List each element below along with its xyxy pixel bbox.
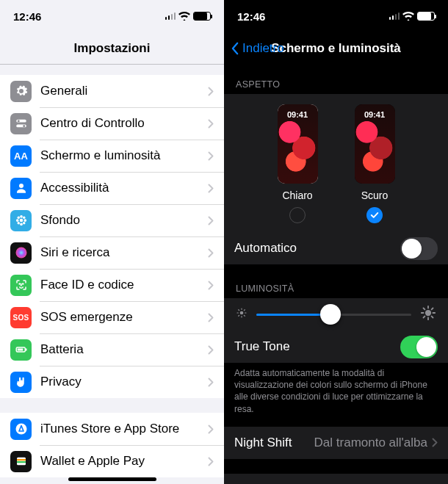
settings-row[interactable]: Face ID e codice: [0, 269, 224, 301]
row-label: Automatico: [234, 241, 400, 256]
svg-line-7: [239, 315, 239, 316]
wallet-icon: [10, 451, 32, 472]
settings-row[interactable]: Batteria: [0, 333, 224, 366]
battery-icon: [10, 339, 32, 361]
svg-line-17: [432, 308, 433, 309]
faceid-icon: [10, 275, 32, 296]
page-title: Impostazioni: [74, 41, 151, 56]
sos-icon: SOS: [10, 307, 32, 328]
settings-row[interactable]: iTunes Store e App Store: [0, 413, 224, 445]
cellular-icon: [389, 12, 400, 20]
chevron-right-icon: [208, 425, 214, 434]
settings-row[interactable]: Sfondo: [0, 204, 224, 236]
row-blocco-automatico[interactable]: Blocco automatico 30 secondi: [224, 474, 448, 484]
appearance-picker: 09:41 Chiaro 09:41 Scuro: [224, 94, 448, 232]
group-nightshift: Night Shift Dal tramonto all'alba: [224, 427, 448, 459]
chevron-right-icon: [208, 151, 214, 161]
brightness-low-icon: [236, 307, 248, 322]
row-label: Privacy: [40, 375, 208, 389]
back-label: Indietro: [242, 41, 284, 56]
chevron-right-icon: [208, 184, 214, 193]
navbar: Indietro Schermo e luminosità: [224, 32, 448, 65]
switches-icon: [10, 113, 32, 134]
page-title: Schermo e luminosità: [271, 41, 401, 56]
appearance-label: Scuro: [361, 189, 389, 201]
settings-row[interactable]: Siri e ricerca: [0, 236, 224, 269]
slider-thumb[interactable]: [320, 304, 341, 325]
settings-row[interactable]: Accessibilità: [0, 172, 224, 204]
back-button[interactable]: Indietro: [231, 41, 284, 56]
appearance-option-dark[interactable]: 09:41 Scuro: [355, 104, 395, 223]
navbar: Impostazioni: [0, 32, 224, 65]
row-label: Sfondo: [40, 213, 208, 228]
aa-icon: AA: [10, 145, 32, 167]
chevron-right-icon: [208, 281, 214, 290]
row-label: Night Shift: [234, 436, 314, 450]
settings-row[interactable]: AASchermo e luminosità: [0, 140, 224, 172]
chevron-right-icon: [208, 313, 214, 322]
settings-row[interactable]: Centro di Controllo: [0, 107, 224, 140]
row-label: iTunes Store e App Store: [40, 422, 208, 436]
settings-row[interactable]: SOSSOS emergenze: [0, 301, 224, 333]
radio-off-icon[interactable]: [289, 207, 306, 223]
svg-line-14: [423, 308, 424, 309]
row-label: Face ID e codice: [40, 278, 208, 292]
appearance-label: Chiaro: [282, 189, 312, 201]
row-automatico: Automatico: [224, 232, 448, 264]
chevron-right-icon: [208, 378, 214, 387]
chevron-right-icon: [208, 345, 214, 355]
cellular-icon: [165, 12, 176, 20]
appearance-option-light[interactable]: 09:41 Chiaro: [278, 104, 318, 223]
group-header: ASPETTO: [224, 75, 448, 94]
status-time: 12:46: [237, 10, 265, 23]
row-label: Batteria: [40, 342, 208, 357]
slider-track[interactable]: [256, 314, 411, 316]
row-label: Wallet e Apple Pay: [40, 454, 208, 469]
svg-point-9: [425, 310, 431, 316]
svg-line-15: [432, 317, 433, 318]
battery-icon: [193, 12, 211, 21]
chevron-right-icon: [208, 248, 214, 258]
row-truetone: True Tone: [224, 331, 448, 363]
chevron-right-icon: [208, 87, 214, 96]
settings-row[interactable]: Wallet e Apple Pay: [0, 445, 224, 477]
status-time: 12:46: [13, 10, 41, 23]
gear-icon: [10, 81, 32, 102]
settings-row[interactable]: Generali: [0, 75, 224, 107]
row-label: Centro di Controllo: [40, 116, 208, 131]
svg-line-5: [239, 310, 239, 311]
row-value: Dal tramonto all'alba: [314, 436, 427, 450]
radio-on-icon[interactable]: [366, 207, 383, 223]
row-label: SOS emergenze: [40, 310, 208, 325]
row-label: True Tone: [234, 339, 400, 354]
home-indicator[interactable]: [68, 477, 156, 481]
row-label: Siri e ricerca: [40, 245, 208, 260]
chevron-right-icon: [208, 216, 214, 225]
toggle-truetone[interactable]: [400, 336, 438, 358]
settings-group: iTunes Store e App StoreWallet e Apple P…: [0, 413, 224, 477]
wifi-icon: [402, 12, 414, 21]
row-label: Generali: [40, 84, 208, 98]
chevron-right-icon: [208, 119, 214, 129]
svg-line-8: [244, 310, 245, 311]
chevron-right-icon: [432, 438, 438, 447]
display-brightness-root: 12:46 Indietro Schermo e luminosità ASPE…: [224, 0, 448, 484]
person-icon: [10, 178, 32, 199]
settings-row[interactable]: Privacy: [0, 366, 224, 398]
toggle-automatico[interactable]: [400, 237, 438, 260]
wifi-icon: [178, 12, 190, 21]
status-bar: 12:46: [224, 0, 448, 32]
group-aspetto: ASPETTO 09:41 Chiaro 09:41 Scuro Automat…: [224, 75, 448, 264]
truetone-footnote: Adatta automaticamente la modalità di vi…: [224, 363, 448, 422]
chevron-right-icon: [208, 457, 214, 466]
hand-icon: [10, 372, 32, 393]
brightness-slider[interactable]: [224, 298, 448, 331]
row-label: Accessibilità: [40, 181, 208, 195]
status-bar: 12:46: [0, 0, 224, 32]
flower-icon: [10, 210, 32, 231]
row-nightshift[interactable]: Night Shift Dal tramonto all'alba: [224, 427, 448, 459]
row-label: Schermo e luminosità: [40, 148, 208, 163]
settings-group: GeneraliCentro di ControlloAASchermo e l…: [0, 75, 224, 398]
siri-icon: [10, 242, 32, 264]
battery-icon: [417, 12, 435, 21]
